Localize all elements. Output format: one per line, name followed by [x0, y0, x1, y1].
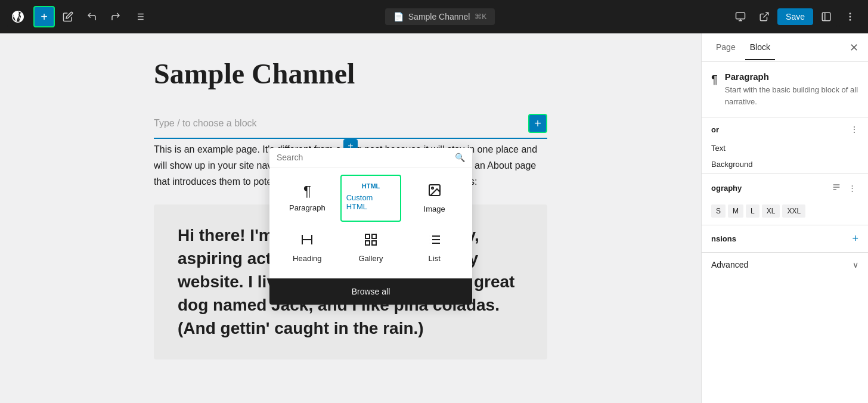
color-bg-row: Background: [702, 157, 868, 173]
gallery-icon: [364, 232, 378, 250]
size-l-button[interactable]: L: [746, 204, 760, 218]
svg-point-16: [432, 187, 433, 189]
command-shortcut: ⌘K: [475, 13, 486, 21]
tab-block[interactable]: Block: [745, 35, 775, 60]
panel-tabs: Page Block ✕: [702, 33, 868, 62]
block-item-paragraph[interactable]: ¶ Paragraph: [277, 175, 338, 222]
undo-button[interactable]: [81, 6, 103, 27]
color-text-label: Text: [711, 144, 726, 153]
block-item-image[interactable]: Image: [404, 175, 465, 222]
svg-rect-19: [365, 241, 370, 245]
command-bar[interactable]: 📄 Sample Channel ⌘K: [385, 8, 495, 25]
save-button[interactable]: Save: [777, 8, 813, 25]
more-options-button[interactable]: [839, 6, 861, 27]
svg-rect-18: [372, 234, 376, 238]
block-description: Start with the basic building block of a…: [725, 84, 858, 107]
svg-point-13: [850, 16, 851, 17]
wordpress-icon: [11, 10, 25, 24]
toolbar-center: 📄 Sample Channel ⌘K: [153, 8, 727, 25]
editor-area: Sample Channel Type / to choose a block …: [0, 33, 701, 403]
block-info-section: ¶ Paragraph Start with the basic buildin…: [702, 62, 868, 117]
size-xxl-button[interactable]: XXL: [782, 204, 805, 218]
toolbar: + 📄 Sample Channel ⌘K: [0, 0, 868, 33]
heading-icon: [300, 232, 314, 250]
advanced-label: Advanced: [711, 260, 748, 269]
add-block-inline-button[interactable]: +: [528, 114, 547, 133]
typography-section: ography ⋮: [702, 173, 868, 202]
typography-options-button[interactable]: [829, 181, 844, 195]
svg-rect-17: [365, 234, 370, 238]
list-view-button[interactable]: [129, 6, 150, 27]
dimensions-add-button[interactable]: +: [852, 232, 858, 245]
advanced-chevron-icon: ∨: [852, 260, 858, 269]
main-area: Sample Channel Type / to choose a block …: [0, 33, 868, 403]
dimensions-label: nsions: [711, 234, 736, 243]
block-label-paragraph: Paragraph: [289, 203, 326, 212]
block-label-list: List: [429, 254, 441, 263]
paragraph-block-icon: ¶: [711, 73, 718, 86]
block-label-custom-html: Custom HTML: [346, 193, 396, 211]
svg-point-12: [850, 13, 851, 14]
html-icon: HTML: [362, 183, 380, 190]
dimensions-section: nsions +: [702, 225, 868, 252]
color-text-row: Text: [702, 141, 868, 157]
block-item-heading[interactable]: Heading: [277, 224, 338, 271]
external-link-button[interactable]: [754, 6, 775, 27]
svg-line-9: [764, 13, 768, 17]
block-label-heading: Heading: [293, 254, 321, 263]
size-s-button[interactable]: S: [711, 204, 726, 218]
block-inserter-popup: 🔍 ¶ Paragraph HTML Custom HTML: [269, 148, 472, 305]
add-block-button[interactable]: +: [33, 6, 55, 27]
block-item-custom-html[interactable]: HTML Custom HTML: [340, 175, 402, 222]
block-info-text: Paragraph Start with the basic building …: [725, 72, 858, 107]
advanced-section[interactable]: Advanced ∨: [702, 252, 868, 277]
svg-rect-10: [822, 13, 830, 21]
search-icon: 🔍: [455, 153, 465, 162]
redo-button[interactable]: [105, 6, 126, 27]
typography-label: ography: [711, 184, 742, 193]
list-icon: [427, 232, 442, 250]
search-input[interactable]: [277, 153, 450, 162]
tab-page[interactable]: Page: [711, 35, 740, 60]
size-xl-button[interactable]: XL: [762, 204, 780, 218]
command-bar-title: Sample Channel: [408, 12, 470, 21]
browse-all-button[interactable]: Browse all: [269, 278, 472, 305]
block-placeholder[interactable]: Type / to choose a block + +: [154, 109, 547, 139]
placeholder-text: Type / to choose a block: [154, 118, 523, 129]
panel-close-button[interactable]: ✕: [850, 41, 858, 54]
svg-rect-20: [372, 241, 376, 245]
block-label-image: Image: [424, 204, 445, 213]
color-bg-label: Background: [711, 160, 752, 169]
wp-logo: [7, 6, 29, 27]
preview-desktop-button[interactable]: [730, 6, 751, 27]
block-item-list[interactable]: List: [404, 224, 465, 271]
color-more-options[interactable]: ⋮: [850, 125, 858, 134]
color-section-header: or ⋮: [702, 117, 868, 141]
size-m-button[interactable]: M: [728, 204, 743, 218]
paragraph-icon: ¶: [303, 183, 311, 200]
edit-mode-button[interactable]: [57, 6, 79, 27]
typography-more-button[interactable]: ⋮: [846, 182, 858, 194]
size-row: S M L XL XXL: [702, 202, 868, 225]
block-item-gallery[interactable]: Gallery: [340, 224, 402, 271]
right-panel: Page Block ✕ ¶ Paragraph Start with the …: [701, 33, 868, 403]
page-title: Sample Channel: [154, 57, 547, 90]
inserter-search-bar: 🔍: [269, 148, 472, 168]
image-icon: [427, 183, 442, 201]
inserter-grid: ¶ Paragraph HTML Custom HTML: [269, 168, 472, 278]
document-icon: 📄: [393, 12, 404, 21]
svg-rect-6: [736, 13, 745, 19]
color-section-or-label: or: [711, 125, 719, 134]
block-label-gallery: Gallery: [358, 254, 383, 263]
typography-controls: ⋮: [829, 181, 858, 195]
svg-point-14: [850, 20, 851, 21]
block-name: Paragraph: [725, 72, 858, 82]
settings-button[interactable]: [816, 6, 837, 27]
toolbar-right: Save: [730, 6, 861, 27]
